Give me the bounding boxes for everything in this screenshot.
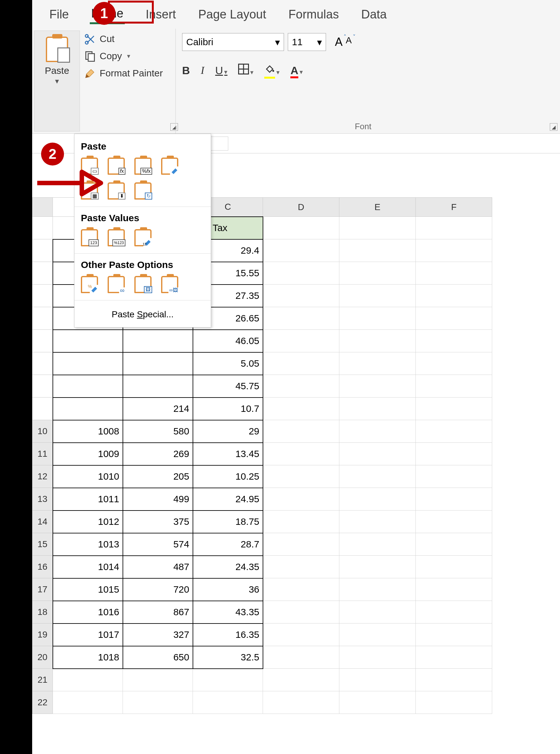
cell[interactable] (263, 511, 339, 533)
row-header[interactable]: 12 (33, 465, 53, 488)
paste-special-button[interactable]: Paste Special... (75, 305, 211, 325)
cell[interactable] (263, 465, 339, 488)
cell[interactable] (263, 217, 339, 239)
copy-button[interactable]: Copy ▾ (84, 50, 173, 62)
cell[interactable] (263, 691, 339, 714)
cell[interactable] (263, 285, 339, 307)
cell[interactable] (339, 488, 416, 511)
cell[interactable] (263, 624, 339, 646)
tab-file[interactable]: File (48, 6, 70, 23)
row-header[interactable]: 13 (33, 488, 53, 511)
cell[interactable]: 43.35 (193, 601, 263, 624)
paste-formulas-button[interactable]: fx (107, 158, 125, 175)
cell[interactable] (53, 691, 123, 714)
paste-keep-col-width-button[interactable]: ⬍ (107, 182, 125, 200)
italic-button[interactable]: I (201, 64, 204, 76)
paste-linked-picture-button[interactable]: ∞🖼 (161, 276, 178, 293)
borders-button[interactable]: ▾ (238, 64, 254, 77)
cell[interactable]: 1010 (53, 465, 123, 488)
cell[interactable] (416, 217, 492, 239)
paste-values-sourcefmt-button[interactable]: 12 (134, 229, 152, 246)
cell[interactable] (339, 465, 416, 488)
cell[interactable] (339, 420, 416, 443)
cell[interactable] (339, 443, 416, 465)
row-header[interactable]: 22 (33, 691, 53, 714)
cell[interactable]: 28.7 (193, 533, 263, 556)
cell[interactable] (263, 443, 339, 465)
cell[interactable]: 1013 (53, 533, 123, 556)
cell[interactable] (339, 285, 416, 307)
cell[interactable] (416, 330, 492, 352)
cell[interactable] (416, 624, 492, 646)
cell[interactable]: 867 (123, 601, 193, 624)
cell[interactable] (416, 465, 492, 488)
row-header[interactable]: 15 (33, 533, 53, 556)
cell[interactable] (416, 488, 492, 511)
cell[interactable] (416, 669, 492, 691)
col-header[interactable]: E (339, 198, 416, 217)
cell[interactable]: 18.75 (193, 511, 263, 533)
row-header[interactable]: 11 (33, 443, 53, 465)
cell[interactable] (123, 691, 193, 714)
row-header[interactable]: 16 (33, 556, 53, 578)
format-painter-button[interactable]: Format Painter (84, 67, 173, 79)
cell[interactable]: 1018 (53, 646, 123, 669)
cell[interactable]: 720 (123, 578, 193, 601)
paste-keep-source-fmt-button[interactable] (161, 158, 178, 175)
cell[interactable]: 1008 (53, 420, 123, 443)
cell[interactable] (263, 533, 339, 556)
cell[interactable] (339, 352, 416, 375)
cell[interactable]: 1011 (53, 488, 123, 511)
chevron-down-icon[interactable]: ▾ (127, 52, 130, 60)
fill-color-button[interactable]: ▾ (264, 64, 280, 77)
cell[interactable] (263, 330, 339, 352)
cell[interactable] (263, 556, 339, 578)
cell[interactable]: 487 (123, 556, 193, 578)
cell[interactable]: 375 (123, 511, 193, 533)
cell[interactable] (416, 239, 492, 262)
cell[interactable]: 16.35 (193, 624, 263, 646)
cell[interactable] (339, 533, 416, 556)
row-header[interactable]: 20 (33, 646, 53, 669)
cell[interactable] (416, 420, 492, 443)
cell[interactable] (339, 217, 416, 239)
cell[interactable]: 499 (123, 488, 193, 511)
chevron-down-icon[interactable]: ▾ (55, 77, 59, 86)
cell[interactable]: 1014 (53, 556, 123, 578)
cell[interactable] (416, 443, 492, 465)
cell[interactable] (263, 646, 339, 669)
cell[interactable]: 1012 (53, 511, 123, 533)
cell[interactable]: 5.05 (193, 352, 263, 375)
row-header[interactable]: 14 (33, 511, 53, 533)
cell[interactable] (339, 669, 416, 691)
cell[interactable] (339, 511, 416, 533)
cell[interactable] (416, 601, 492, 624)
cell[interactable] (416, 398, 492, 420)
cell[interactable]: 1015 (53, 578, 123, 601)
cell[interactable] (263, 239, 339, 262)
col-header[interactable]: D (263, 198, 339, 217)
cell[interactable] (339, 330, 416, 352)
cell[interactable] (263, 375, 339, 398)
cell[interactable] (263, 601, 339, 624)
cell[interactable]: 10.25 (193, 465, 263, 488)
cell[interactable]: 269 (123, 443, 193, 465)
cell[interactable]: 10.7 (193, 398, 263, 420)
font-size-combo[interactable]: 11 ▾ (288, 33, 326, 51)
paste-values-button[interactable]: 123 (81, 229, 98, 246)
font-dialog-launcher[interactable]: ◢ (550, 123, 557, 131)
cell[interactable] (123, 669, 193, 691)
cell[interactable] (263, 578, 339, 601)
font-color-button[interactable]: A▾ (291, 64, 303, 77)
row-header[interactable]: 21 (33, 669, 53, 691)
cell[interactable]: 24.35 (193, 556, 263, 578)
decrease-font-button[interactable]: A˅ (346, 35, 352, 49)
font-name-combo[interactable]: Calibri ▾ (182, 33, 284, 51)
tab-data[interactable]: Data (360, 6, 388, 23)
cell[interactable] (339, 398, 416, 420)
row-header[interactable]: 18 (33, 601, 53, 624)
cell[interactable]: 574 (123, 533, 193, 556)
cell[interactable] (416, 285, 492, 307)
cell[interactable] (263, 420, 339, 443)
cell[interactable] (339, 262, 416, 285)
